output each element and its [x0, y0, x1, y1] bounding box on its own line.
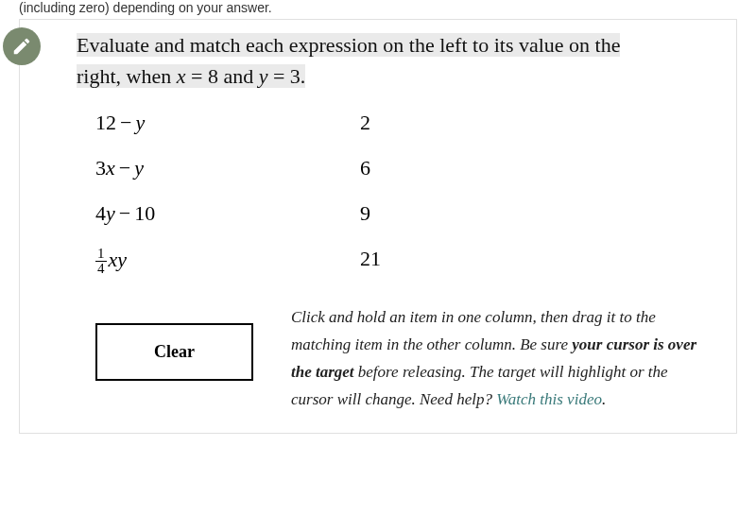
matching-columns: 12−y 3x−y 4y−10 14xy 2 6 9 21 — [20, 101, 736, 276]
top-fragment-text: (including zero) depending on your answe… — [0, 0, 756, 15]
question-card: Evaluate and match each expression on th… — [19, 19, 737, 434]
clear-button[interactable]: Clear — [95, 323, 253, 381]
value-item[interactable]: 9 — [360, 201, 398, 226]
bottom-row: Clear Click and hold an item in one colu… — [20, 276, 736, 414]
question-prompt: Evaluate and match each expression on th… — [20, 20, 736, 101]
instructions-text: Click and hold an item in one column, th… — [291, 304, 698, 414]
value-item[interactable]: 6 — [360, 156, 398, 180]
values-column: 2 6 9 21 — [360, 111, 398, 276]
expressions-column: 12−y 3x−y 4y−10 14xy — [95, 111, 209, 276]
expression-item[interactable]: 3x−y — [95, 156, 209, 180]
expression-item[interactable]: 14xy — [95, 247, 209, 276]
expression-item[interactable]: 12−y — [95, 111, 209, 135]
watch-video-link[interactable]: Watch this video — [496, 390, 602, 408]
expression-item[interactable]: 4y−10 — [95, 201, 209, 226]
value-item[interactable]: 21 — [360, 247, 398, 271]
pencil-icon — [3, 27, 41, 65]
value-item[interactable]: 2 — [360, 111, 398, 135]
